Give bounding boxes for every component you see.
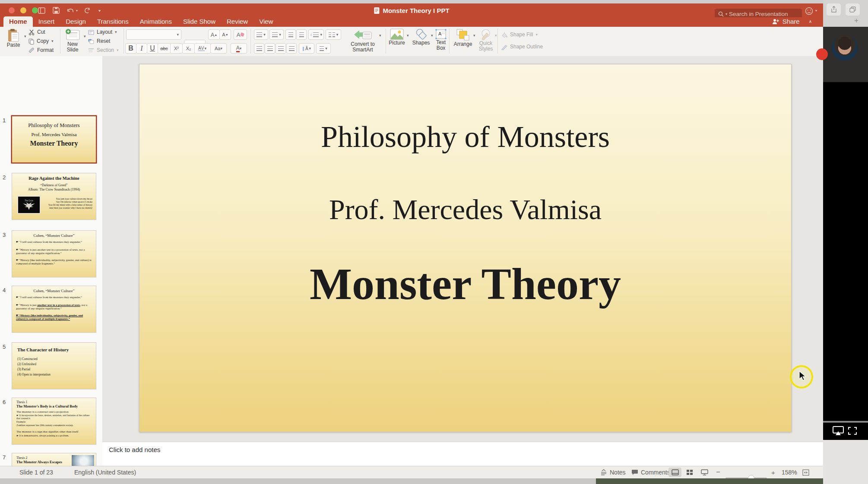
section-button[interactable]: Section▾ xyxy=(88,46,123,55)
layout-dropdown-icon[interactable]: ▾ xyxy=(115,30,117,34)
close-button[interactable] xyxy=(9,7,15,13)
collapse-ribbon-icon[interactable]: ∧ xyxy=(809,19,812,24)
shapes-button[interactable]: Shapes xyxy=(411,29,431,46)
decrease-font-size-button[interactable]: A▼ xyxy=(219,29,231,40)
shapes-dropdown-icon[interactable]: ▾ xyxy=(431,34,433,38)
slide-thumbnail-2[interactable]: Rage Against the Machine “Darkness of Gr… xyxy=(12,173,96,220)
feedback-caret-icon[interactable]: ▾ xyxy=(815,5,817,16)
line-spacing-button[interactable]: ↕▾ xyxy=(308,29,324,40)
video-progress-bar[interactable] xyxy=(823,421,868,423)
search-scope-caret-icon[interactable]: ▾ xyxy=(725,12,727,16)
normal-view-button[interactable] xyxy=(668,468,681,477)
clear-formatting-button[interactable]: A xyxy=(234,29,247,40)
new-slide-dropdown-icon[interactable]: ▾ xyxy=(84,35,86,38)
align-center-button[interactable] xyxy=(265,43,275,54)
decrease-indent-button[interactable] xyxy=(285,29,296,40)
tab-slideshow[interactable]: Slide Show xyxy=(177,16,221,27)
shape-fill-button[interactable]: Shape Fill▾ xyxy=(501,30,538,39)
layout-button[interactable]: Layout▾ xyxy=(88,28,123,37)
columns-button[interactable]: ▾ xyxy=(326,29,341,40)
notes-toggle[interactable]: Notes xyxy=(600,466,626,478)
justify-button[interactable] xyxy=(286,43,297,54)
undo-dropdown-icon[interactable]: ▾ xyxy=(76,5,78,16)
quick-styles-button[interactable]: Quick Styles xyxy=(476,29,496,52)
picture-button[interactable]: Picture xyxy=(388,29,406,46)
zoom-button[interactable] xyxy=(32,7,38,13)
current-slide[interactable]: Philosophy of Monsters Prof. Mercedes Va… xyxy=(139,64,792,432)
text-direction-button[interactable]: ∥Å▾ xyxy=(299,43,314,54)
character-spacing-button[interactable]: AV▾ xyxy=(194,43,211,54)
notes-pane[interactable]: Click to add notes xyxy=(102,442,823,466)
cut-button[interactable]: Cut xyxy=(29,28,60,37)
format-painter-button[interactable]: Format xyxy=(29,46,60,55)
slide-thumbnail-5[interactable]: The Character of History (1) Constructed… xyxy=(12,343,96,389)
arrange-dropdown-icon[interactable]: ▾ xyxy=(473,34,475,38)
tab-view[interactable]: View xyxy=(253,16,279,27)
redo-icon[interactable] xyxy=(84,5,91,16)
strikethrough-button[interactable]: abc xyxy=(158,43,171,54)
underline-button[interactable]: U xyxy=(147,43,158,54)
shape-outline-button[interactable]: Shape Outline xyxy=(501,42,543,51)
change-case-button[interactable]: Aa▾ xyxy=(210,43,227,54)
bullets-button[interactable]: ▾ xyxy=(254,29,268,40)
picture-dropdown-icon[interactable]: ▾ xyxy=(407,34,409,38)
slide-thumbnail-7[interactable]: Thesis 2 The Monster Always Escapes Mons… xyxy=(12,453,96,466)
italic-button[interactable]: I xyxy=(136,43,147,54)
slide-thumbnail-1[interactable]: Philosophy of Monsters Prof. Mercedes Va… xyxy=(12,116,96,162)
slide-sorter-view-button[interactable] xyxy=(683,468,696,477)
tab-transitions[interactable]: Transitions xyxy=(92,16,134,27)
comments-toggle[interactable]: Comments xyxy=(631,466,670,478)
language-indicator[interactable]: English (United States) xyxy=(74,466,136,478)
align-text-button[interactable]: ▾ xyxy=(316,43,331,54)
new-tab-plus-icon[interactable]: + xyxy=(854,16,858,25)
tab-design[interactable]: Design xyxy=(60,16,92,27)
customize-toolbar-icon[interactable]: ▾ xyxy=(98,5,101,16)
subscript-button[interactable]: X₂ xyxy=(182,43,195,54)
font-color-button[interactable]: A▾ xyxy=(231,43,247,54)
browser-share-icon[interactable] xyxy=(827,3,841,16)
convert-smartart-button[interactable]: Convert to SmartArt xyxy=(341,29,384,53)
thumb1-subtitle: Prof. Mercedes Valmisa xyxy=(12,132,96,137)
numbering-button[interactable]: ▾ xyxy=(269,29,284,40)
copy-button[interactable]: Copy▾ xyxy=(29,37,60,46)
tab-home[interactable]: Home xyxy=(3,16,33,27)
slideshow-view-button[interactable] xyxy=(698,468,711,477)
align-right-button[interactable] xyxy=(276,43,286,54)
increase-indent-button[interactable] xyxy=(296,29,307,40)
slide-heading[interactable]: Monster Theory xyxy=(139,258,791,309)
fit-slide-to-window-button[interactable] xyxy=(802,466,809,478)
slide-title[interactable]: Philosophy of Monsters xyxy=(139,120,791,154)
minimize-button[interactable] xyxy=(20,7,26,13)
smartart-dropdown-icon[interactable]: ▾ xyxy=(379,34,381,38)
bold-button[interactable]: B xyxy=(125,43,136,54)
tab-animations[interactable]: Animations xyxy=(134,16,177,27)
text-box-button[interactable]: A Text Box xyxy=(434,29,448,51)
slide-subtitle[interactable]: Prof. Mercedes Valmisa xyxy=(139,193,791,226)
feedback-smiley-icon[interactable] xyxy=(805,6,813,16)
reset-button[interactable]: Reset xyxy=(88,37,123,46)
slide-thumbnail-6[interactable]: Thesis 1 The Monster's Body is a Cultura… xyxy=(12,398,96,444)
increase-font-size-button[interactable]: A▲ xyxy=(208,29,220,40)
undo-icon[interactable] xyxy=(67,5,74,16)
zoom-out-button[interactable]: − xyxy=(716,466,720,478)
superscript-button[interactable]: X² xyxy=(170,43,183,54)
save-icon[interactable] xyxy=(53,5,60,16)
toggle-sidebar-icon[interactable] xyxy=(38,5,45,16)
zoom-in-button[interactable]: + xyxy=(771,466,775,478)
tab-review[interactable]: Review xyxy=(221,16,253,27)
slide-thumbnail-4[interactable]: Cohen, “Monster Culture” ☛ “I will read … xyxy=(12,286,96,332)
paste-button[interactable]: Paste xyxy=(3,29,23,48)
zoom-percentage[interactable]: 158% xyxy=(782,466,797,478)
new-slide-button[interactable]: New Slide xyxy=(63,29,82,53)
share-button[interactable]: Share xyxy=(782,18,800,25)
align-left-button[interactable] xyxy=(254,43,264,54)
arrange-button[interactable]: Arrange xyxy=(453,29,473,47)
browser-tabs-icon[interactable] xyxy=(846,3,860,16)
paste-dropdown-icon[interactable]: ▾ xyxy=(24,35,26,38)
slide-thumbnail-3[interactable]: Cohen, “Monster Culture” ☛ “I will read … xyxy=(12,231,96,277)
copy-dropdown-icon[interactable]: ▾ xyxy=(51,39,54,43)
tab-insert[interactable]: Insert xyxy=(33,16,60,27)
fullscreen-icon[interactable] xyxy=(848,427,857,436)
airplay-icon[interactable] xyxy=(833,426,844,437)
font-name-select[interactable]: ▾ xyxy=(126,29,181,40)
